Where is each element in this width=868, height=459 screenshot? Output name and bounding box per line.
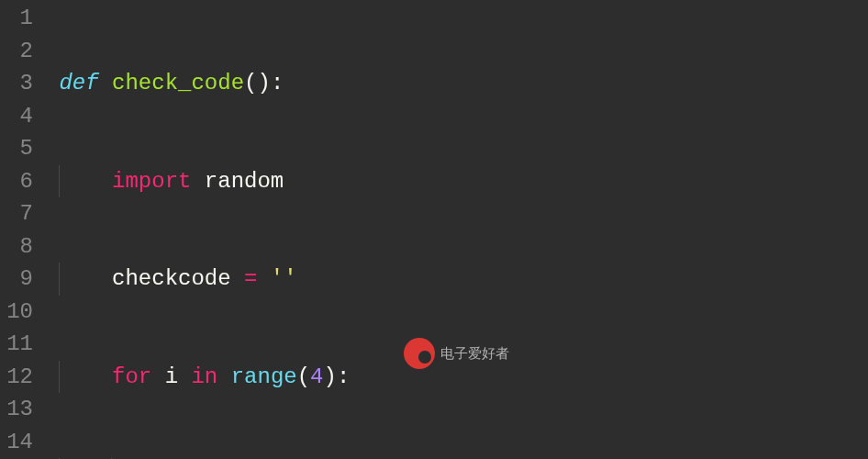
code-area[interactable]: def check_code(): import random checkcod… bbox=[46, 0, 654, 459]
function-name: check_code bbox=[112, 71, 244, 95]
identifier: random bbox=[205, 169, 284, 194]
code-line[interactable]: for i in range(4): bbox=[46, 361, 654, 394]
builtin-range: range bbox=[231, 364, 297, 389]
code-line[interactable]: checkcode = '' bbox=[46, 263, 654, 296]
code-line[interactable]: def check_code(): bbox=[46, 67, 654, 100]
line-number: 10 bbox=[6, 296, 33, 329]
line-number: 9 bbox=[6, 263, 33, 296]
identifier: i bbox=[165, 364, 178, 389]
line-number: 14 bbox=[6, 426, 33, 459]
paren: ) bbox=[324, 364, 337, 389]
keyword-for: for bbox=[112, 364, 151, 389]
line-number: 2 bbox=[6, 35, 33, 68]
paren: ) bbox=[257, 71, 270, 95]
line-number: 8 bbox=[6, 230, 33, 263]
keyword-in: in bbox=[191, 364, 217, 389]
string-literal: '' bbox=[271, 266, 297, 291]
line-number: 6 bbox=[6, 165, 33, 198]
line-number: 7 bbox=[6, 197, 33, 230]
code-editor[interactable]: 1 2 3 4 5 6 7 8 9 10 11 12 13 14 def che… bbox=[0, 0, 868, 459]
line-number: 1 bbox=[6, 2, 33, 35]
number: 4 bbox=[310, 364, 323, 389]
line-number: 5 bbox=[6, 132, 33, 165]
line-number: 12 bbox=[6, 361, 33, 394]
keyword-def: def bbox=[59, 71, 98, 95]
line-number: 4 bbox=[6, 100, 33, 133]
paren: ( bbox=[297, 364, 310, 389]
line-gutter: 1 2 3 4 5 6 7 8 9 10 11 12 13 14 bbox=[0, 0, 46, 459]
paren: ( bbox=[244, 71, 257, 95]
code-line[interactable]: import random bbox=[46, 165, 654, 198]
line-number: 11 bbox=[6, 328, 33, 361]
colon: : bbox=[337, 364, 350, 389]
line-number: 13 bbox=[6, 393, 33, 426]
operator: = bbox=[244, 266, 257, 291]
line-number: 3 bbox=[6, 67, 33, 100]
colon: : bbox=[271, 71, 284, 95]
keyword-import: import bbox=[112, 169, 191, 194]
identifier: checkcode bbox=[112, 266, 231, 291]
